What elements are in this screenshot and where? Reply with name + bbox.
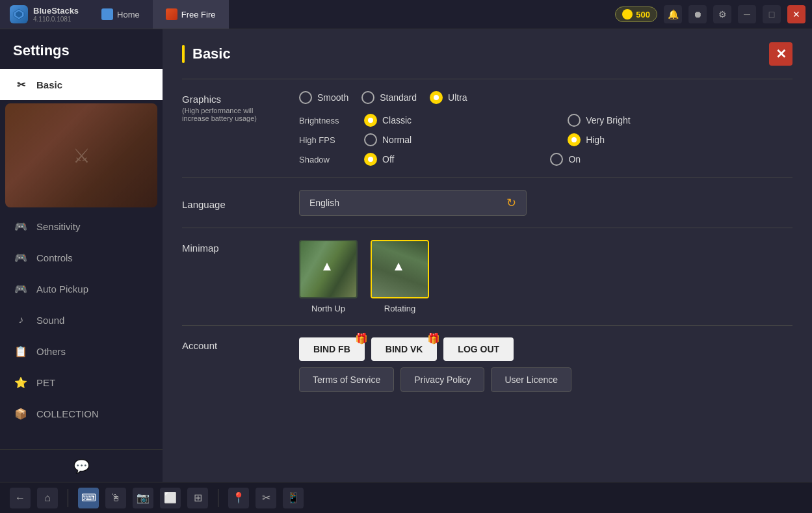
minimize-button[interactable]: ─ — [738, 5, 756, 23]
normal-fps-radio[interactable] — [364, 133, 377, 146]
account-label: Account — [182, 337, 286, 351]
terms-button[interactable]: Terms of Service — [299, 367, 394, 392]
window-close-button[interactable]: ✕ — [787, 5, 805, 23]
multi-instance-button[interactable]: ⊞ — [187, 488, 208, 508]
smooth-label: Smooth — [317, 92, 348, 103]
shadow-on[interactable]: On — [550, 153, 581, 166]
freefire-label: Free Fire — [181, 10, 216, 20]
sound-label: Sound — [36, 315, 64, 326]
freefire-icon — [166, 8, 177, 20]
mobile-button[interactable]: 📱 — [283, 488, 304, 508]
minimap-north-up-marker — [323, 263, 331, 270]
classic-label: Classic — [382, 115, 412, 125]
sidebar-item-sensitivity[interactable]: 🎮 Sensitivity — [0, 211, 163, 242]
sidebar-item-collection[interactable]: 📦 COLLECTION — [0, 398, 163, 429]
bind-vk-button[interactable]: BIND VK 🎁 — [371, 337, 438, 361]
bind-fb-gift-icon: 🎁 — [355, 332, 368, 345]
graphics-options: Smooth Standard Ultra — [299, 91, 631, 104]
language-current: English — [309, 198, 339, 208]
screenshot-button[interactable]: 📷 — [133, 488, 153, 508]
notification-button[interactable]: 🔔 — [664, 5, 682, 23]
controls-icon: 🎮 — [13, 250, 29, 265]
collection-label: COLLECTION — [36, 408, 99, 419]
dual-instance-button[interactable]: ⬜ — [160, 488, 181, 508]
mouse-button[interactable]: 🖱 — [105, 488, 126, 508]
sidebar-item-basic[interactable]: ✂ Basic — [0, 69, 163, 100]
user-licence-button[interactable]: User Licence — [491, 367, 571, 392]
header-accent-bar — [182, 45, 185, 63]
account-row: Account BIND FB 🎁 BIND VK 🎁 LOG OUT Term… — [182, 337, 792, 392]
home-tab[interactable]: Home — [88, 0, 153, 29]
minimap-rotating-thumb[interactable] — [371, 240, 429, 298]
bluestacks-tab[interactable]: BlueStacks 4.110.0.1081 — [0, 0, 88, 29]
standard-radio[interactable] — [361, 91, 374, 104]
log-out-button[interactable]: LOG OUT — [443, 337, 514, 361]
titlebar-right: 500 🔔 ⏺ ⚙ ─ □ ✕ — [615, 5, 812, 23]
high-fps-radio[interactable] — [568, 133, 581, 146]
sidebar-item-controls[interactable]: 🎮 Controls — [0, 242, 163, 273]
minimap-north-up-label: North Up — [311, 304, 345, 313]
shadow-off-label: Off — [382, 154, 394, 164]
sidebar-item-auto-pickup[interactable]: 🎮 Auto Pickup — [0, 273, 163, 304]
ultra-radio[interactable] — [430, 91, 443, 104]
pet-label: PET — [36, 377, 55, 388]
taskbar-sep2 — [218, 489, 218, 507]
auto-pickup-icon: 🎮 — [13, 281, 29, 296]
graphics-smooth[interactable]: Smooth — [299, 91, 348, 104]
back-button[interactable]: ← — [10, 488, 31, 508]
brightness-very-bright[interactable]: Very Bright — [568, 114, 630, 127]
graphics-row: Graphics (High performance willincrease … — [182, 91, 792, 166]
fps-normal[interactable]: Normal — [364, 133, 412, 146]
map-button[interactable]: 📍 — [228, 488, 249, 508]
language-label: Language — [182, 196, 286, 210]
language-select[interactable]: English ↻ — [299, 190, 527, 216]
minimap-rotating-marker — [395, 263, 402, 270]
pet-icon: ⭐ — [13, 375, 29, 390]
privacy-button[interactable]: Privacy Policy — [400, 367, 484, 392]
maximize-button[interactable]: □ — [763, 5, 781, 23]
minimap-rotating[interactable]: Rotating — [371, 240, 429, 313]
graphics-standard[interactable]: Standard — [361, 91, 417, 104]
freefire-tab[interactable]: Free Fire — [153, 0, 229, 29]
graphics-ultra[interactable]: Ultra — [430, 91, 467, 104]
taskbar: ← ⌂ ⌨ 🖱 📷 ⬜ ⊞ 📍 ✂ 📱 — [0, 482, 812, 513]
shadow-on-radio[interactable] — [550, 153, 563, 166]
sidebar-bottom-icon[interactable]: 💬 — [73, 458, 90, 474]
sidebar-item-pet[interactable]: ⭐ PET — [0, 367, 163, 398]
fps-high[interactable]: High — [568, 133, 605, 146]
very-bright-radio[interactable] — [568, 114, 581, 127]
bluestacks-name: BlueStacks — [33, 6, 79, 16]
account-row2: Terms of Service Privacy Policy User Lic… — [299, 367, 571, 392]
others-icon: 📋 — [13, 343, 29, 359]
divider-account — [182, 325, 792, 326]
taskbar-sep1 — [68, 489, 68, 507]
sidebar-title: Settings — [0, 39, 163, 69]
settings-button[interactable]: ⚙ — [713, 5, 731, 23]
keyboard-button[interactable]: ⌨ — [78, 488, 99, 508]
shadow-off-radio[interactable] — [364, 153, 377, 166]
smooth-radio[interactable] — [299, 91, 312, 104]
fps-label: High FPS — [299, 135, 351, 145]
shadow-off[interactable]: Off — [364, 153, 394, 166]
account-buttons-group: BIND FB 🎁 BIND VK 🎁 LOG OUT Terms of Ser… — [299, 337, 571, 392]
shadow-label: Shadow — [299, 155, 351, 164]
bind-fb-button[interactable]: BIND FB 🎁 — [299, 337, 365, 361]
scissors-button[interactable]: ✂ — [255, 488, 276, 508]
brightness-classic[interactable]: Classic — [364, 114, 412, 127]
coins-badge: 500 — [615, 7, 657, 22]
very-bright-label: Very Bright — [586, 115, 630, 125]
sidebar-item-sound[interactable]: ♪ Sound — [0, 304, 163, 335]
sensitivity-icon: 🎮 — [13, 218, 29, 234]
bind-vk-gift-icon: 🎁 — [427, 332, 440, 345]
home-button[interactable]: ⌂ — [37, 488, 58, 508]
sidebar-item-others[interactable]: 📋 Others — [0, 335, 163, 367]
minimap-north-up[interactable]: North Up — [299, 240, 358, 313]
account-row1: BIND FB 🎁 BIND VK 🎁 LOG OUT — [299, 337, 571, 361]
brightness-label: Brightness — [299, 116, 351, 125]
minimap-north-up-thumb[interactable] — [299, 240, 358, 298]
minimap-label: Minimap — [182, 240, 286, 254]
language-refresh-icon[interactable]: ↻ — [506, 196, 516, 210]
record-button[interactable]: ⏺ — [688, 5, 707, 23]
classic-radio[interactable] — [364, 114, 377, 127]
content-close-button[interactable]: ✕ — [769, 42, 792, 66]
